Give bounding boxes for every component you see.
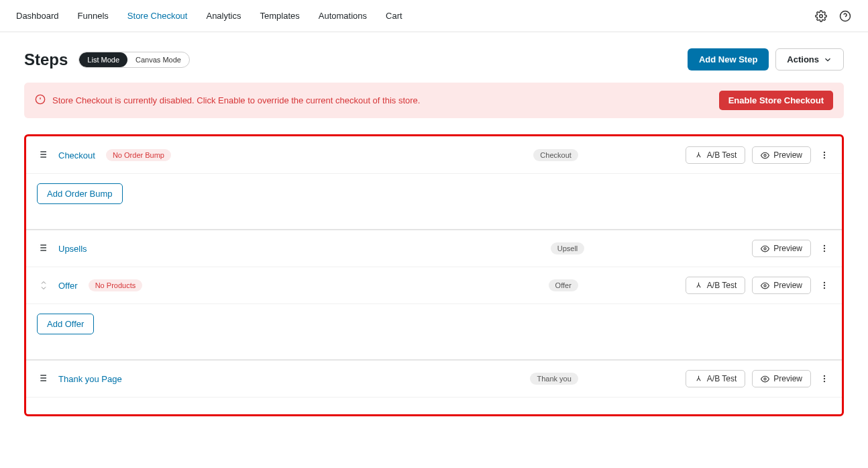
upsells-link[interactable]: Upsells <box>58 244 87 254</box>
step-offer: Offer No Products Offer A/B Test Preview <box>26 267 842 304</box>
nav-store-checkout[interactable]: Store Checkout <box>127 11 188 21</box>
upsell-tag: Upsell <box>551 242 585 254</box>
checkout-preview-button[interactable]: Preview <box>752 146 811 164</box>
add-new-step-button[interactable]: Add New Step <box>688 48 769 71</box>
svg-point-24 <box>824 248 825 249</box>
split-icon <box>694 375 703 383</box>
upsells-preview-button[interactable]: Preview <box>752 240 811 257</box>
gear-icon[interactable] <box>814 9 828 23</box>
eye-icon <box>761 375 769 383</box>
upsells-more-menu[interactable] <box>818 244 831 253</box>
svg-point-0 <box>820 14 823 17</box>
move-up-icon[interactable] <box>40 280 48 285</box>
thankyou-link[interactable]: Thank you Page <box>58 374 122 384</box>
offer-tag: Offer <box>549 279 578 291</box>
no-products-badge: No Products <box>89 279 143 291</box>
add-offer-button[interactable]: Add Offer <box>37 314 94 334</box>
svg-point-25 <box>824 250 825 252</box>
thankyou-more-menu[interactable] <box>818 374 831 383</box>
split-icon <box>694 281 703 290</box>
nav-analytics[interactable]: Analytics <box>206 11 241 21</box>
offer-link[interactable]: Offer <box>58 281 78 291</box>
add-order-bump-button[interactable]: Add Order Bump <box>37 183 123 204</box>
mode-canvas[interactable]: Canvas Mode <box>127 52 189 67</box>
alert-text: Store Checkout is currently disabled. Cl… <box>52 95 719 105</box>
checkout-more-menu[interactable] <box>818 150 831 160</box>
page-title: Steps <box>24 50 68 69</box>
warning-icon <box>35 94 46 107</box>
svg-point-12 <box>764 154 766 156</box>
svg-point-39 <box>824 381 825 382</box>
mode-toggle: List Mode Canvas Mode <box>78 52 190 68</box>
thankyou-preview-button[interactable]: Preview <box>752 370 811 387</box>
nav-links: Dashboard Funnels Store Checkout Analyti… <box>16 11 402 21</box>
move-down-icon[interactable] <box>40 285 48 291</box>
checkout-link[interactable]: Checkout <box>58 150 95 160</box>
add-offer-row: Add Offer <box>26 304 842 344</box>
step-upsells: Upsells Upsell Preview <box>26 230 842 361</box>
step-thankyou: Thank you Page Thank you A/B Test Previe… <box>26 361 842 414</box>
actions-dropdown[interactable]: Actions <box>775 48 844 71</box>
svg-point-27 <box>824 282 825 283</box>
mode-list[interactable]: List Mode <box>79 52 127 67</box>
svg-point-28 <box>824 285 825 286</box>
eye-icon <box>761 151 769 160</box>
offer-preview-button[interactable]: Preview <box>752 277 811 294</box>
steps-container: Checkout No Order Bump Checkout A/B Test… <box>24 134 844 416</box>
offer-more-menu[interactable] <box>818 281 831 290</box>
svg-point-38 <box>824 378 825 379</box>
svg-point-23 <box>824 245 825 246</box>
svg-point-37 <box>824 375 825 377</box>
split-icon <box>694 151 703 160</box>
svg-point-22 <box>764 247 766 249</box>
checkout-ab-test-button[interactable]: A/B Test <box>686 146 745 164</box>
step-checkout: Checkout No Order Bump Checkout A/B Test… <box>26 137 842 230</box>
eye-icon <box>761 244 769 253</box>
svg-point-15 <box>824 157 825 158</box>
alert-banner: Store Checkout is currently disabled. Cl… <box>24 83 844 118</box>
page-header: Steps List Mode Canvas Mode Add New Step… <box>24 48 844 71</box>
enable-store-checkout-button[interactable]: Enable Store Checkout <box>719 91 833 110</box>
actions-label: Actions <box>787 54 819 64</box>
nav-automations[interactable]: Automations <box>319 11 367 21</box>
svg-point-29 <box>824 287 825 289</box>
checkout-tag: Checkout <box>533 149 578 161</box>
svg-point-26 <box>764 284 766 286</box>
top-nav: Dashboard Funnels Store Checkout Analyti… <box>0 0 868 32</box>
thankyou-tag: Thank you <box>530 373 578 385</box>
chevron-down-icon <box>823 55 832 64</box>
help-icon[interactable] <box>838 9 852 23</box>
nav-dashboard[interactable]: Dashboard <box>16 11 59 21</box>
sort-arrows <box>37 280 50 291</box>
svg-point-36 <box>764 377 766 379</box>
nav-funnels[interactable]: Funnels <box>78 11 109 21</box>
svg-point-14 <box>824 154 825 156</box>
nav-cart[interactable]: Cart <box>386 11 402 21</box>
svg-point-13 <box>824 152 825 153</box>
add-order-bump-row: Add Order Bump <box>26 174 842 214</box>
offer-ab-test-button[interactable]: A/B Test <box>686 277 745 294</box>
list-icon <box>37 149 50 162</box>
no-order-bump-badge: No Order Bump <box>106 149 171 161</box>
thankyou-ab-test-button[interactable]: A/B Test <box>686 370 745 387</box>
list-icon <box>37 242 50 255</box>
list-icon <box>37 373 50 385</box>
nav-templates[interactable]: Templates <box>260 11 300 21</box>
eye-icon <box>761 281 769 290</box>
